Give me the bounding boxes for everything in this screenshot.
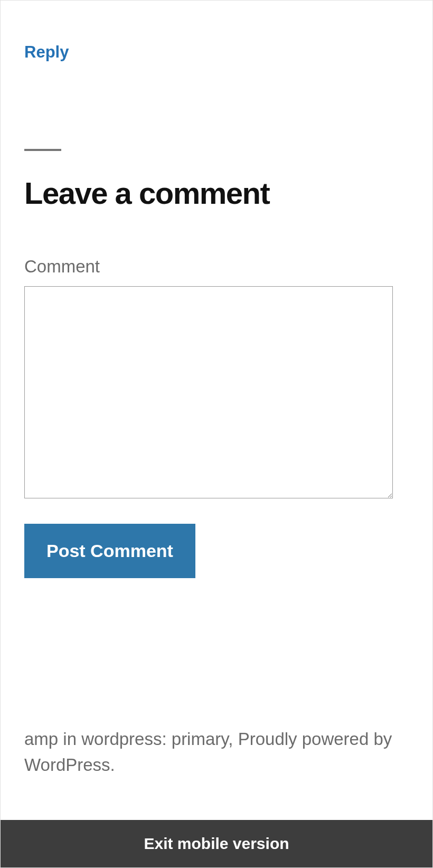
- post-comment-button[interactable]: Post Comment: [24, 524, 195, 578]
- exit-mobile-bar[interactable]: Exit mobile version: [1, 820, 432, 867]
- exit-mobile-label: Exit mobile version: [144, 835, 289, 853]
- reply-link[interactable]: Reply: [24, 43, 69, 62]
- leave-comment-heading: Leave a comment: [24, 176, 409, 210]
- heading-divider: [24, 149, 61, 151]
- comment-field-label: Comment: [24, 257, 409, 277]
- comment-textarea[interactable]: [24, 286, 393, 498]
- footer-credits: amp in wordpress: primary, Proudly power…: [24, 726, 409, 778]
